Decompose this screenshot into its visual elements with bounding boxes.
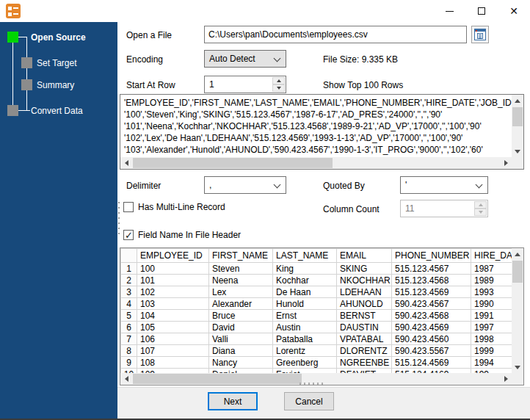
checkbox-box[interactable] (123, 202, 134, 212)
grid-cell: David (209, 322, 273, 333)
row-number-cell[interactable]: 6 (121, 322, 137, 333)
checkbox-box[interactable] (123, 230, 134, 240)
spin-down-icon (474, 209, 487, 216)
sidebar-item-convert-data[interactable]: Convert Data (31, 106, 83, 116)
grid-column-header[interactable]: EMPLOYEE_ID (137, 249, 209, 263)
grid-column-header[interactable]: LAST_NAME (273, 249, 337, 263)
file-path-input[interactable]: C:\Users\pan\Documents\employees.csv (204, 26, 467, 43)
spin-up-icon[interactable] (272, 77, 285, 84)
scroll-right-icon[interactable] (500, 373, 512, 385)
grid-cell: 1990 (471, 298, 512, 310)
grid-cell: 1997 (471, 322, 512, 333)
delimiter-label: Delimiter (126, 181, 161, 191)
encoding-value: Auto Detect (209, 54, 255, 64)
data-grid-viewport: EMPLOYEE_IDFIRST_NAMELAST_NAMEEMAILPHONE… (120, 248, 512, 373)
preview-line: '101','Neena','Kochhar','NKOCHHAR','515.… (124, 120, 512, 132)
quoted-by-label: Quoted By (323, 181, 365, 191)
row-number-cell[interactable]: 3 (121, 286, 137, 298)
scrollbar-corner (512, 157, 523, 169)
cancel-button[interactable]: Cancel (284, 392, 334, 410)
sidebar-item-open-source[interactable]: Open Source (31, 32, 86, 43)
scroll-left-icon[interactable] (120, 157, 132, 169)
vertical-splitter-grip[interactable] (118, 202, 120, 237)
grid-vertical-scrollbar[interactable] (512, 248, 523, 373)
grid-column-header[interactable]: PHONE_NUMBER (392, 249, 471, 263)
preview-line: '103','Alexander','Hunold','AHUNOLD','59… (124, 144, 512, 156)
checkbox-header[interactable]: Field Name In File Header (123, 230, 241, 240)
encoding-label: Encoding (126, 54, 163, 65)
title-bar[interactable]: ✕ (0, 0, 530, 22)
row-number-cell[interactable]: 1 (121, 263, 137, 275)
scrollbar-thumb[interactable] (133, 374, 302, 384)
spin-down-icon[interactable] (272, 84, 285, 92)
table-row[interactable]: 9108NancyGreenbergNGREENBE515.124.456919… (121, 357, 512, 369)
grid-cell: SKING (337, 263, 392, 275)
table-row[interactable]: 7106ValliPataballaVPATABAL590.423.456019… (121, 333, 512, 345)
table-row[interactable]: 6105DavidAustinDAUSTIN590.423.45691997 (121, 322, 512, 333)
scrollbar-corner (512, 373, 523, 385)
quoted-by-select[interactable]: ' (400, 176, 488, 194)
main-panel: Open a File C:\Users\pan\Documents\emplo… (117, 22, 530, 387)
horizontal-splitter-grip[interactable] (300, 383, 323, 385)
next-button[interactable]: Next (208, 392, 258, 410)
row-number-cell[interactable]: 9 (121, 357, 137, 369)
file-preview-box[interactable]: 'EMPLOYEE_ID','FIRST_NAME','LAST_NAME','… (120, 94, 524, 170)
table-row[interactable]: 8107DianaLorentzDLORENTZ590.423.55671999 (121, 345, 512, 357)
row-number-cell[interactable]: 2 (121, 275, 137, 286)
encoding-select[interactable]: Auto Detect (204, 50, 286, 68)
grid-corner-cell (121, 249, 137, 263)
row-number-cell[interactable]: 7 (121, 333, 137, 345)
scrollbar-thumb[interactable] (512, 107, 523, 126)
sidebar-item-set-target[interactable]: Set Target (37, 58, 76, 68)
table-row[interactable]: 1100StevenKingSKING515.123.45671987 (121, 263, 512, 275)
checkbox-multiline[interactable]: Has Multi-Line Record (123, 202, 225, 212)
preview-vertical-scrollbar[interactable] (512, 95, 523, 157)
preview-horizontal-scrollbar[interactable] (120, 157, 512, 169)
table-row[interactable]: 4103AlexanderHunoldAHUNOLD590.423.456719… (121, 298, 512, 310)
grid-column-header[interactable]: EMAIL (337, 249, 392, 263)
delimiter-select[interactable]: , (204, 176, 286, 194)
close-icon[interactable]: ✕ (498, 0, 530, 22)
data-grid[interactable]: EMPLOYEE_IDFIRST_NAMELAST_NAMEEMAILPHONE… (120, 247, 524, 385)
scroll-down-icon[interactable] (512, 361, 523, 373)
scroll-up-icon[interactable] (512, 95, 523, 106)
grid-cell: 515.123.4569 (392, 286, 471, 298)
maximize-icon[interactable] (465, 0, 498, 22)
grid-cell: Kochhar (273, 275, 337, 286)
grid-cell: Greenberg (273, 357, 337, 369)
scroll-right-icon[interactable] (500, 157, 512, 169)
table-row[interactable]: 3102LexDe HaanLDEHAAN515.123.45691993 (121, 286, 512, 298)
grid-cell: 1998 (471, 333, 512, 345)
grid-cell: 515.124.4569 (392, 357, 471, 369)
grid-cell: 515.123.4568 (392, 275, 471, 286)
grid-column-header[interactable]: HIRE_DATE (471, 249, 512, 263)
scroll-up-icon[interactable] (512, 248, 523, 260)
row-number-cell[interactable]: 4 (121, 298, 137, 310)
grid-cell: 590.423.4568 (392, 310, 471, 322)
window-controls: ✕ (433, 0, 530, 22)
grid-cell: 590.423.4560 (392, 333, 471, 345)
grid-cell: Hunold (273, 298, 337, 310)
grid-cell: 1987 (471, 263, 512, 275)
start-at-row-stepper[interactable]: 1 (204, 76, 286, 93)
scroll-left-icon[interactable] (120, 373, 132, 385)
row-number-cell[interactable]: 8 (121, 345, 137, 357)
row-number-cell[interactable]: 5 (121, 310, 137, 322)
preview-line: '100','Steven','King','SKING','515.123.4… (124, 109, 512, 120)
scroll-down-icon[interactable] (512, 145, 523, 157)
sidebar-item-summary[interactable]: Summary (37, 80, 74, 90)
table-row[interactable]: 2101NeenaKochharNKOCHHAR515.123.45681989 (121, 275, 512, 286)
grid-column-header[interactable]: FIRST_NAME (209, 249, 273, 263)
grid-cell: VPATABAL (337, 333, 392, 345)
grid-cell: 107 (137, 345, 209, 357)
browse-button[interactable] (471, 26, 489, 43)
wizard-sidebar: Open Source Set Target Summary Convert D… (0, 22, 117, 420)
open-file-dialog-icon (474, 29, 486, 40)
minimize-icon[interactable] (433, 0, 465, 22)
grid-header-row: EMPLOYEE_IDFIRST_NAMELAST_NAMEEMAILPHONE… (121, 249, 512, 263)
grid-cell: 1989 (471, 275, 512, 286)
scrollbar-thumb[interactable] (133, 158, 333, 168)
column-count-stepper: 11 (400, 200, 488, 217)
table-row[interactable]: 5104BruceErnstBERNST590.423.45681991 (121, 310, 512, 322)
scrollbar-thumb[interactable] (512, 261, 523, 283)
